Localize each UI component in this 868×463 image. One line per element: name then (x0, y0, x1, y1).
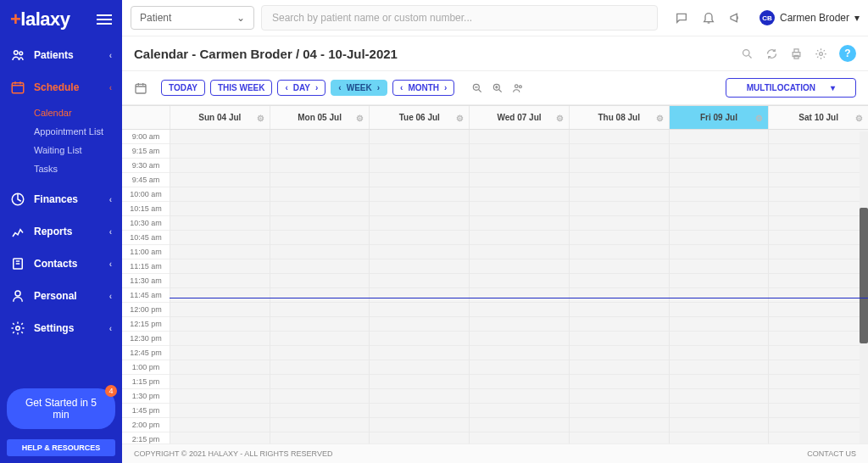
time-label: 10:15 am (122, 202, 170, 216)
chevron-left-icon: ‹ (109, 259, 112, 269)
day-header[interactable]: Fri 09 Jul⚙ (669, 106, 769, 129)
time-label: 11:45 am (122, 288, 170, 303)
day-column[interactable] (469, 130, 569, 443)
nav-finances[interactable]: Finances ‹ (0, 183, 122, 215)
svg-point-1 (19, 52, 23, 55)
day-view-button[interactable]: ‹DAY› (277, 80, 326, 96)
gear-icon[interactable]: ⚙ (456, 113, 464, 122)
nav-label: Schedule (34, 81, 79, 93)
search-type-select[interactable]: Patient ⌄ (131, 6, 254, 30)
nav-patients[interactable]: Patients ‹ (0, 39, 122, 71)
user-menu[interactable]: CB Carmen Broder ▾ (760, 10, 860, 25)
nav-reports[interactable]: Reports ‹ (0, 215, 122, 248)
day-column[interactable] (369, 130, 469, 443)
time-label: 9:00 am (122, 130, 170, 144)
day-column[interactable] (270, 130, 370, 443)
nav-label: Finances (34, 193, 78, 205)
zoom-in-icon[interactable] (492, 82, 504, 94)
help-icon[interactable]: ? (839, 45, 856, 62)
chat-icon[interactable] (675, 11, 688, 25)
get-started-badge: 4 (105, 385, 117, 397)
menu-toggle-icon[interactable] (97, 12, 112, 27)
day-column[interactable] (669, 130, 769, 443)
search-icon[interactable] (741, 47, 754, 60)
time-label: 1:45 pm (122, 404, 170, 418)
svg-point-0 (14, 51, 19, 55)
calendar-toolbar: TODAY THIS WEEK ‹DAY› ‹WEEK› ‹MONTH› MUL… (122, 71, 868, 105)
reports-icon (10, 224, 25, 239)
get-started-button[interactable]: Get Started in 5 min 4 (7, 388, 115, 429)
zoom-out-icon[interactable] (471, 82, 483, 94)
gear-icon[interactable]: ⚙ (855, 113, 863, 122)
day-column[interactable] (569, 130, 669, 443)
nav-settings[interactable]: Settings ‹ (0, 312, 122, 344)
day-header[interactable]: Thu 08 Jul⚙ (569, 106, 669, 129)
finances-icon (10, 192, 25, 207)
month-view-button[interactable]: ‹MONTH› (392, 80, 454, 96)
chevron-left-icon: ‹ (109, 83, 112, 92)
gear-icon[interactable] (815, 47, 827, 60)
gear-icon[interactable]: ⚙ (755, 113, 763, 122)
scrollbar-thumb[interactable] (860, 208, 868, 343)
subnav-calendar[interactable]: Calendar (34, 103, 122, 122)
nav-contacts[interactable]: Contacts ‹ (0, 248, 122, 280)
contacts-icon (10, 256, 25, 271)
sidebar: +lalaxy Patients ‹ Schedule ‹ Calendar A… (0, 0, 122, 463)
day-header[interactable]: Sun 04 Jul⚙ (170, 106, 270, 129)
calendar-icon[interactable] (134, 81, 147, 95)
svg-point-16 (520, 85, 522, 87)
patients-icon (10, 47, 25, 63)
time-label: 9:30 am (122, 159, 170, 173)
time-label: 10:30 am (122, 216, 170, 231)
day-column[interactable] (768, 130, 868, 443)
bell-icon[interactable] (702, 11, 715, 25)
refresh-icon[interactable] (765, 47, 778, 60)
day-header[interactable]: Wed 07 Jul⚙ (469, 106, 569, 129)
chevron-down-icon: ⌄ (236, 12, 245, 24)
scrollbar[interactable] (860, 131, 868, 443)
nav-label: Personal (34, 290, 77, 302)
week-view-button[interactable]: ‹WEEK› (331, 80, 387, 96)
this-week-button[interactable]: THIS WEEK (210, 80, 273, 96)
schedule-icon (10, 80, 25, 95)
svg-rect-9 (794, 48, 798, 52)
time-label: 12:45 pm (122, 346, 170, 360)
svg-point-6 (16, 326, 20, 331)
svg-point-15 (515, 84, 519, 87)
day-header[interactable]: Tue 06 Jul⚙ (369, 106, 469, 129)
help-resources-button[interactable]: HELP & RESOURCES (7, 439, 115, 456)
svg-rect-2 (12, 83, 24, 93)
today-button[interactable]: TODAY (161, 80, 205, 96)
day-header[interactable]: Mon 05 Jul⚙ (270, 106, 370, 129)
chevron-left-icon: ‹ (109, 195, 112, 204)
nav-schedule[interactable]: Schedule ‹ (0, 71, 122, 103)
nav-personal[interactable]: Personal ‹ (0, 280, 122, 312)
copyright: COPYRIGHT © 2021 HALAXY - ALL RIGHTS RES… (134, 449, 332, 458)
gear-icon[interactable]: ⚙ (257, 113, 264, 122)
contact-link[interactable]: CONTACT US (807, 449, 856, 458)
time-label: 11:15 am (122, 259, 170, 274)
time-label: 1:00 pm (122, 360, 170, 375)
nav-label: Reports (34, 226, 72, 237)
gear-icon[interactable]: ⚙ (656, 113, 664, 122)
subnav-tasks[interactable]: Tasks (34, 159, 122, 178)
day-header[interactable]: Sat 10 Jul⚙ (768, 106, 868, 129)
chevron-left-icon: ‹ (109, 292, 112, 301)
svg-point-11 (820, 52, 823, 55)
subnav-waiting-list[interactable]: Waiting List (34, 141, 122, 159)
gear-icon[interactable]: ⚙ (356, 113, 364, 122)
megaphone-icon[interactable] (729, 11, 743, 25)
topbar: Patient ⌄ CB Carmen Broder ▾ (122, 0, 868, 36)
caret-down-icon: ▾ (854, 12, 860, 24)
people-icon[interactable] (512, 82, 524, 94)
nav-label: Settings (34, 322, 74, 334)
day-column[interactable] (170, 130, 270, 443)
time-label: 10:45 am (122, 231, 170, 245)
nav-label: Patients (34, 49, 74, 61)
multilocation-button[interactable]: MULTILOCATION▾ (726, 78, 856, 98)
subnav-appointment-list[interactable]: Appointment List (34, 122, 122, 141)
gear-icon[interactable]: ⚙ (556, 113, 564, 122)
search-input[interactable] (261, 5, 658, 31)
print-icon[interactable] (790, 47, 803, 60)
time-label: 12:15 pm (122, 317, 170, 332)
